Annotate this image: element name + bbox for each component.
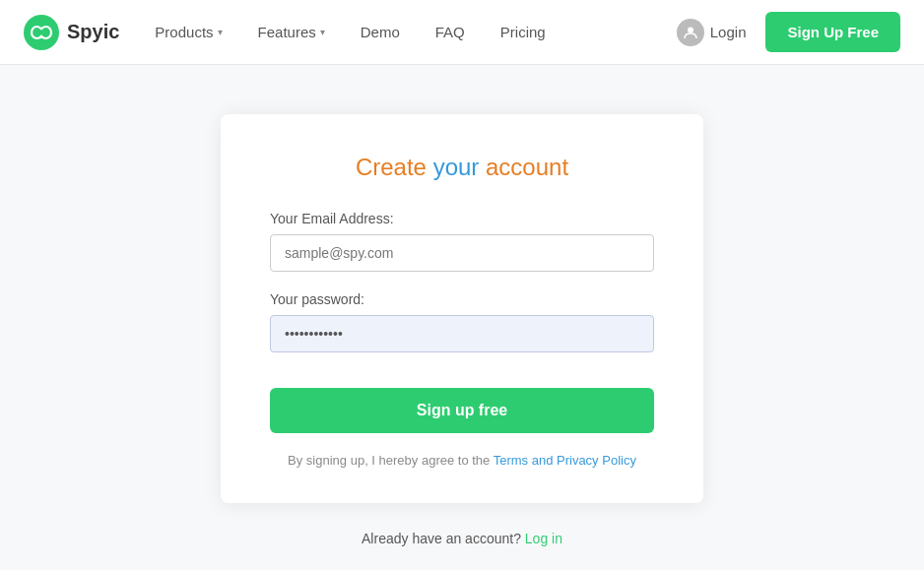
nav-links: Products ▾ Features ▾ Demo FAQ Pricing <box>139 16 664 48</box>
navbar: Spyic Products ▾ Features ▾ Demo FAQ Pri… <box>0 0 924 65</box>
features-chevron-icon: ▾ <box>320 27 325 37</box>
products-chevron-icon: ▾ <box>218 27 223 37</box>
logo-icon <box>24 15 59 50</box>
title-create: Create <box>356 154 427 180</box>
email-input[interactable] <box>270 234 654 272</box>
terms-link[interactable]: Terms and Privacy Policy <box>494 453 636 468</box>
signup-card: Create your account Your Email Address: … <box>221 114 703 503</box>
nav-demo[interactable]: Demo <box>345 16 416 48</box>
svg-point-0 <box>24 15 59 50</box>
nav-right: Login Sign Up Free <box>665 11 900 54</box>
brand-name: Spyic <box>67 21 119 43</box>
password-label: Your password: <box>270 291 654 307</box>
title-account: account <box>486 154 568 180</box>
login-button[interactable]: Login <box>665 11 759 54</box>
nav-signup-button[interactable]: Sign Up Free <box>765 12 900 52</box>
main-content: Create your account Your Email Address: … <box>0 65 924 570</box>
login-link[interactable]: Log in <box>525 531 562 546</box>
already-account-text: Already have an account? Log in <box>362 531 562 546</box>
terms-text: By signing up, I hereby agree to the Ter… <box>270 453 654 468</box>
card-title: Create your account <box>270 154 654 181</box>
svg-point-1 <box>688 27 693 32</box>
nav-products[interactable]: Products ▾ <box>139 16 237 48</box>
password-group: Your password: <box>270 291 654 352</box>
logo-link[interactable]: Spyic <box>24 15 119 50</box>
title-your: your <box>427 154 486 180</box>
user-icon <box>677 19 704 46</box>
signup-submit-button[interactable]: Sign up free <box>270 388 654 433</box>
login-label: Login <box>710 24 747 40</box>
email-label: Your Email Address: <box>270 211 654 226</box>
nav-features[interactable]: Features ▾ <box>242 16 341 48</box>
nav-pricing[interactable]: Pricing <box>485 16 561 48</box>
email-group: Your Email Address: <box>270 211 654 272</box>
nav-faq[interactable]: FAQ <box>420 16 481 48</box>
password-input[interactable] <box>270 315 654 352</box>
